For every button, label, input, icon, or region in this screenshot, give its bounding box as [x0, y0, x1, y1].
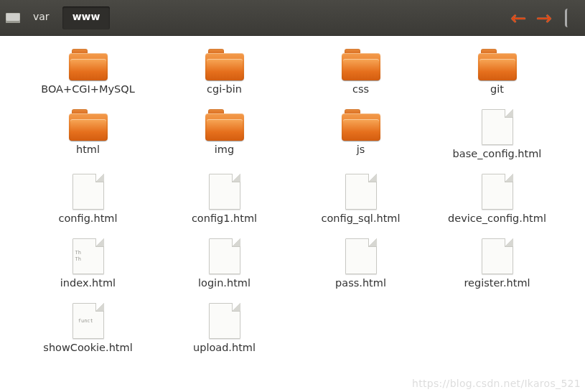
folder-icon: [342, 109, 380, 141]
item-label: pass.html: [335, 277, 386, 289]
file-item[interactable]: upload.html: [156, 303, 293, 353]
file-item[interactable]: pass.html: [293, 238, 429, 289]
item-label: register.html: [464, 277, 530, 289]
folder-item[interactable]: BOA+CGI+MySQL: [20, 49, 156, 95]
html-file-icon: [482, 174, 513, 210]
html-file-icon: [209, 238, 240, 274]
folder-item[interactable]: cgi-bin: [156, 49, 293, 95]
file-preview-line: funct: [78, 318, 93, 324]
html-file-icon: [209, 174, 240, 210]
breadcrumb: var www: [6, 6, 110, 29]
folder-item[interactable]: html: [20, 109, 156, 159]
file-preview-line: funct: [75, 318, 93, 324]
html-file-icon: [209, 303, 240, 339]
file-preview-line: ThTh: [75, 250, 101, 263]
forward-button[interactable]: →: [536, 9, 552, 27]
file-preview-line: ThTh: [75, 250, 101, 263]
folder-icon: [478, 49, 517, 80]
item-label: config1.html: [192, 213, 257, 224]
item-label: login.html: [198, 277, 251, 289]
file-grid: BOA+CGI+MySQLcgi-bincssgithtmlimgjsbase_…: [0, 36, 585, 360]
file-item[interactable]: device_config.html: [429, 174, 566, 224]
nav-buttons: ← →: [510, 9, 579, 27]
file-item[interactable]: config.html: [20, 174, 156, 224]
breadcrumb-var[interactable]: var: [23, 6, 60, 29]
folder-item[interactable]: js: [293, 109, 429, 159]
file-item[interactable]: base_config.html: [429, 109, 566, 159]
item-label: config.html: [58, 213, 117, 224]
item-label: BOA+CGI+MySQL: [41, 83, 135, 95]
html-file-icon: [345, 238, 377, 274]
item-label: device_config.html: [448, 213, 546, 224]
folder-item[interactable]: css: [293, 49, 429, 95]
item-label: config_sql.html: [321, 213, 400, 224]
folder-icon: [69, 109, 108, 141]
item-label: showCookie.html: [43, 342, 132, 353]
file-preview-line: funct: [78, 318, 93, 324]
back-button[interactable]: ←: [510, 9, 526, 27]
path-toolbar: var www ← →: [0, 0, 585, 36]
file-item[interactable]: config_sql.html: [293, 174, 429, 224]
item-label: upload.html: [193, 342, 256, 353]
html-file-icon: [345, 174, 377, 210]
file-item[interactable]: functshowCookie.html: [20, 303, 156, 353]
device-root-icon[interactable]: [6, 13, 20, 23]
item-label: git: [490, 83, 504, 95]
html-file-icon: [72, 174, 104, 210]
item-label: css: [352, 83, 369, 95]
item-label: index.html: [60, 277, 116, 289]
html-file-icon: ThTh: [72, 238, 104, 274]
item-label: img: [215, 144, 234, 155]
folder-icon: [205, 49, 244, 80]
watermark-text: https://blog.csdn.net/Ikaros_521: [412, 378, 581, 389]
nav-extra-icon[interactable]: [565, 9, 575, 27]
breadcrumb-www[interactable]: www: [62, 6, 111, 29]
html-file-icon: funct: [72, 303, 104, 339]
file-item[interactable]: ThThindex.html: [20, 238, 156, 289]
file-item[interactable]: login.html: [156, 238, 293, 289]
item-label: cgi-bin: [207, 83, 242, 95]
html-file-icon: [482, 109, 513, 145]
item-label: js: [357, 144, 365, 155]
folder-icon: [69, 49, 108, 80]
file-preview-line: funct: [75, 318, 101, 325]
folder-item[interactable]: git: [429, 49, 566, 95]
html-file-icon: [482, 238, 513, 274]
item-label: html: [76, 144, 100, 155]
folder-item[interactable]: img: [156, 109, 293, 159]
folder-icon: [342, 49, 380, 80]
file-item[interactable]: register.html: [429, 238, 566, 289]
file-item[interactable]: config1.html: [156, 174, 293, 224]
item-label: base_config.html: [453, 148, 542, 159]
folder-icon: [205, 109, 244, 141]
